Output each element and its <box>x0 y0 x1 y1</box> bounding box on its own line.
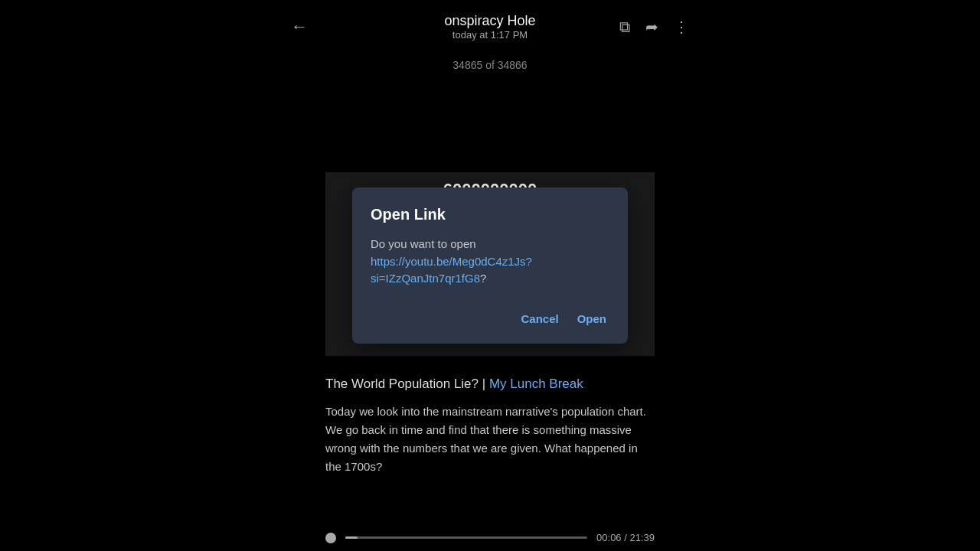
audio-player: 00:06 / 21:39 <box>325 532 655 543</box>
player-current-time: 00:06 <box>596 532 622 543</box>
message-counter: 34865 of 34866 <box>452 59 527 71</box>
player-time: 00:06 / 21:39 <box>596 532 655 543</box>
header-subtitle: today at 1:17 PM <box>452 29 528 41</box>
header: ← onspiracy Hole today at 1:17 PM ⧉ ➦ ⋮ <box>0 0 980 54</box>
share-screen-icon[interactable]: ⧉ <box>619 18 630 36</box>
cancel-button[interactable]: Cancel <box>518 306 561 331</box>
playhead-dot[interactable] <box>325 533 336 543</box>
back-button[interactable]: ← <box>291 17 308 37</box>
post-title: The World Population Lie? | My Lunch Bre… <box>325 375 655 393</box>
header-actions: ⧉ ➦ ⋮ <box>619 18 689 36</box>
forward-icon[interactable]: ➦ <box>645 18 658 36</box>
open-button[interactable]: Open <box>574 306 609 331</box>
header-center: onspiracy Hole today at 1:17 PM <box>444 13 535 41</box>
player-progress <box>345 536 358 539</box>
open-link-dialog: Open Link Do you want to open https://yo… <box>352 187 628 344</box>
dialog-body-suffix: ? <box>480 272 486 285</box>
dialog-actions: Cancel Open <box>371 306 609 331</box>
post-description: Today we look into the mainstream narrat… <box>325 403 655 476</box>
dialog-link[interactable]: https://youtu.be/Meg0dC4z1Js?si=IZzQanJt… <box>371 255 532 285</box>
player-track[interactable] <box>345 536 587 539</box>
header-title: onspiracy Hole <box>444 13 535 29</box>
player-total-time: 21:39 <box>629 532 655 543</box>
more-options-icon[interactable]: ⋮ <box>674 18 689 36</box>
dialog-body-prefix: Do you want to open <box>371 237 476 250</box>
post-title-link[interactable]: My Lunch Break <box>489 377 583 391</box>
dialog-title: Open Link <box>371 206 609 223</box>
post-content: The World Population Lie? | My Lunch Bre… <box>325 375 655 488</box>
post-title-plain: The World Population Lie? | <box>325 377 489 391</box>
dialog-body: Do you want to open https://youtu.be/Meg… <box>371 236 609 288</box>
